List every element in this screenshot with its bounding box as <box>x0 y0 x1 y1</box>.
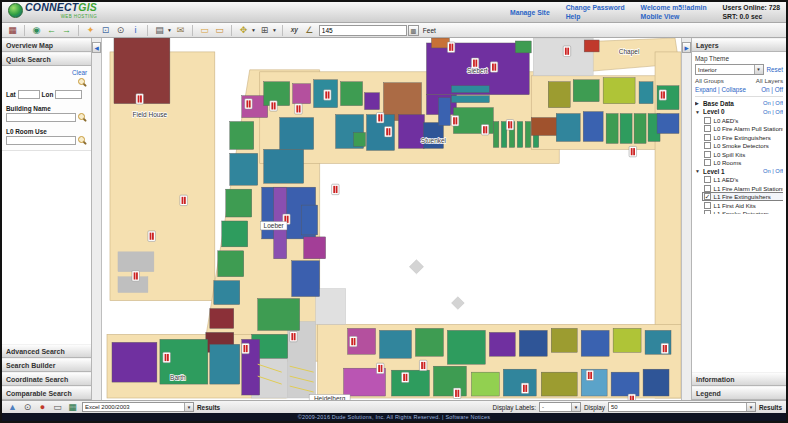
select-tools-icon[interactable]: ⊞ <box>258 24 271 36</box>
manage-site-link[interactable]: Manage Site <box>510 9 550 16</box>
campus-map[interactable]: Field HouseSiebertChapelStuenkelLoeberBa… <box>102 38 681 400</box>
fire-extinguisher-marker[interactable] <box>563 46 570 56</box>
layer-checkbox[interactable] <box>704 151 711 158</box>
fire-extinguisher-marker[interactable] <box>180 195 187 205</box>
layer-item-l0-smoke-detectors[interactable]: L0 Smoke Detectors <box>703 142 783 149</box>
fire-extinguisher-marker[interactable] <box>490 62 497 72</box>
chevron-down-icon[interactable]: ▼ <box>184 403 193 411</box>
fire-extinguisher-marker[interactable] <box>629 146 636 156</box>
layer-item-l0-rooms[interactable]: L0 Rooms <box>703 159 783 166</box>
change-password-link[interactable]: Change Password <box>566 4 625 11</box>
map-window-icon[interactable]: ▦ <box>6 24 19 36</box>
help-link[interactable]: Help <box>566 13 625 20</box>
layer-checkbox[interactable] <box>704 134 711 141</box>
building-search-icon[interactable] <box>78 113 87 122</box>
forward-icon[interactable]: → <box>60 24 73 36</box>
all-on-off-links[interactable]: On | Off <box>761 86 783 93</box>
fire-extinguisher-marker[interactable] <box>659 90 666 100</box>
scale-input[interactable] <box>319 25 407 36</box>
fire-extinguisher-marker[interactable] <box>148 231 155 241</box>
measure-icon-dropdown[interactable]: ▼ <box>251 27 256 33</box>
fire-extinguisher-marker[interactable] <box>419 360 426 370</box>
group-on-off-links[interactable]: On | Off <box>763 168 783 174</box>
layer-checkbox[interactable] <box>704 185 711 192</box>
xy-icon[interactable]: xy <box>288 24 301 36</box>
expand-collapse-links[interactable]: Expand | Collapse <box>695 86 746 93</box>
information-header[interactable]: Information <box>692 372 786 386</box>
collapse-group-icon[interactable]: ▼ <box>695 168 701 174</box>
fire-extinguisher-marker[interactable] <box>481 125 488 135</box>
fire-extinguisher-marker[interactable] <box>453 388 460 398</box>
left-panel-collapse-icon[interactable]: ◀ <box>92 42 101 53</box>
fire-extinguisher-marker[interactable] <box>401 372 408 382</box>
layer-group-level-0[interactable]: ▼Level 0On | Off <box>695 108 783 115</box>
mobile-view-link[interactable]: Mobile View <box>641 13 707 20</box>
fire-extinguisher-marker[interactable] <box>451 116 458 126</box>
fire-extinguisher-marker[interactable] <box>245 99 252 109</box>
layer-group-base-data[interactable]: ▶Base DataOn | Off <box>695 100 783 107</box>
print-icon[interactable]: ▤ <box>153 24 166 36</box>
window-results-icon[interactable]: ▭ <box>51 401 64 413</box>
legend-header[interactable]: Legend <box>692 386 786 400</box>
results-right-label[interactable]: Results <box>759 404 782 411</box>
pan-results-icon[interactable]: ▲ <box>6 401 19 413</box>
layer-item-l0-fire-extinguishers[interactable]: L0 Fire Extinguishers <box>703 134 783 141</box>
layer-checkbox[interactable] <box>704 125 711 132</box>
layer-checkbox[interactable] <box>704 202 711 209</box>
fire-extinguisher-marker[interactable] <box>350 336 357 346</box>
excel-icon[interactable]: ▦ <box>66 401 79 413</box>
display-labels-select[interactable]: - ▼ <box>539 402 581 412</box>
globe-icon[interactable]: ◉ <box>30 24 43 36</box>
zoom-window-icon[interactable]: ⊡ <box>99 24 112 36</box>
fire-extinguisher-marker[interactable] <box>377 113 384 123</box>
fire-extinguisher-marker[interactable] <box>242 343 249 353</box>
fire-extinguisher-marker[interactable] <box>290 331 297 341</box>
quick-search-header[interactable]: Quick Search <box>2 52 91 66</box>
chevron-down-icon[interactable]: ▼ <box>754 65 763 74</box>
zoom-out-icon[interactable]: ⊙ <box>114 24 127 36</box>
fire-extinguisher-marker[interactable] <box>586 370 593 380</box>
panel-header-search-builder[interactable]: Search Builder <box>2 358 91 372</box>
layer-item-l0-spill-kits[interactable]: L0 Spill Kits <box>703 151 783 158</box>
map-theme-select[interactable]: Interior ▼ <box>695 64 764 75</box>
results-left-label[interactable]: Results <box>197 404 220 411</box>
clear-results-icon[interactable]: ● <box>36 401 49 413</box>
fire-extinguisher-marker[interactable] <box>136 94 143 104</box>
fire-extinguisher-marker[interactable] <box>521 383 528 393</box>
back-icon[interactable]: ← <box>45 24 58 36</box>
measure-icon[interactable]: ✥ <box>237 24 250 36</box>
select-tools-icon-dropdown[interactable]: ▼ <box>272 27 277 33</box>
panel-header-coordinate-search[interactable]: Coordinate Search <box>2 372 91 386</box>
collapse-group-icon[interactable]: ▼ <box>695 109 701 115</box>
group-on-off-links[interactable]: On | Off <box>763 100 783 106</box>
display-count-select[interactable]: 50 ▼ <box>608 402 756 412</box>
zoom-results-icon[interactable]: ⊙ <box>21 401 34 413</box>
export-format-select[interactable]: Excel 2000/2003 ▼ <box>82 402 194 412</box>
chevron-down-icon[interactable]: ▼ <box>571 403 580 411</box>
search-icon[interactable] <box>78 78 87 87</box>
room-use-input[interactable] <box>6 136 76 145</box>
layer-item-l0-fire-alarm-pull-stations[interactable]: L0 Fire Alarm Pull Stations <box>703 125 783 132</box>
fire-extinguisher-marker[interactable] <box>385 127 392 137</box>
layer-checkbox[interactable] <box>704 176 711 183</box>
scale-spin-button[interactable]: ▥ <box>408 25 419 36</box>
fire-extinguisher-marker[interactable] <box>163 352 170 362</box>
layer-checkbox[interactable]: ✓ <box>704 193 711 200</box>
fire-extinguisher-marker[interactable] <box>447 42 454 52</box>
pan-icon[interactable]: ✦ <box>84 24 97 36</box>
fire-extinguisher-marker[interactable] <box>270 101 277 111</box>
clear-link[interactable]: Clear <box>72 69 87 76</box>
map-viewport[interactable]: Field HouseSiebertChapelStuenkelLoeberBa… <box>102 38 681 400</box>
layer-checkbox[interactable] <box>704 159 711 166</box>
fire-extinguisher-marker[interactable] <box>628 394 635 400</box>
identify-icon[interactable]: i <box>129 24 142 36</box>
reset-link[interactable]: Reset <box>767 66 783 73</box>
panel-header-advanced-search[interactable]: Advanced Search <box>2 344 91 358</box>
layer-item-l1-fire-extinguishers[interactable]: ✓L1 Fire Extinguishers <box>703 193 783 200</box>
fire-extinguisher-marker[interactable] <box>295 104 302 114</box>
room-use-search-icon[interactable] <box>78 136 87 145</box>
layer-item-l0-aed-s[interactable]: L0 AED's <box>703 117 783 124</box>
print-icon-dropdown[interactable]: ▼ <box>167 27 172 33</box>
fire-extinguisher-marker[interactable] <box>377 363 384 373</box>
fire-extinguisher-marker[interactable] <box>506 120 513 130</box>
